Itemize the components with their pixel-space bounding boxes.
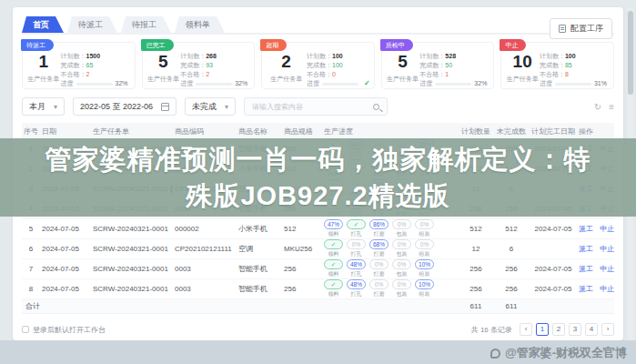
abort-link[interactable]: 中止: [600, 265, 614, 273]
column-header-product-spec: 商品规格: [282, 126, 322, 136]
search-input[interactable]: 请输入搜索内容: [244, 97, 388, 116]
open-workbench-checkbox[interactable]: 登录后默认打开工作台: [22, 325, 106, 335]
card-count: 1: [26, 52, 61, 72]
cell-date: 2024-07-05: [40, 265, 91, 273]
date-range-picker[interactable]: 2022-05 至 2022-06: [73, 97, 177, 116]
plan-stat-label: 计划数：: [180, 53, 206, 59]
cell-progress-stages: ✓ 领料 48% 打孔 0%: [322, 259, 459, 278]
stage-label: 打磨: [369, 230, 389, 238]
table-row[interactable]: 5 2024-07-05 SCRW-20240321-0001 000002 小…: [22, 219, 614, 239]
search-icon[interactable]: [373, 104, 379, 110]
stage-status-pill: 0%: [392, 239, 411, 249]
watermark-text: @管家婆-财税双全官博: [505, 345, 627, 361]
scrollbar-thumb[interactable]: [628, 11, 633, 95]
tab-to-report[interactable]: 待报工: [121, 16, 171, 33]
checkbox-box[interactable]: [22, 326, 29, 333]
stage-status-pill: 10%: [415, 259, 434, 269]
defect-stat: 不合格：0: [307, 70, 370, 79]
stat-card[interactable]: 待派工 1 生产任务单 计划数：1500 完成数：65 不合格：2 进度 32%: [22, 42, 136, 89]
dispatch-link[interactable]: 派工: [579, 225, 593, 233]
table-total-row: 合计 611 611: [22, 299, 614, 314]
defect-stat-value: 2: [86, 71, 90, 77]
stage-item: ✓ 领料: [324, 259, 343, 278]
table-row[interactable]: 6 2024-07-05 SCRW-20240321-0001 CP202102…: [22, 239, 614, 259]
chevron-down-icon: ▾: [54, 103, 57, 111]
panel-footer: 登录后默认打开工作台 共 16 条记录 ‹ 1 2 3 4 ›: [22, 323, 614, 336]
page-number-button[interactable]: 2: [552, 323, 565, 336]
defect-stat-value: 8: [565, 71, 569, 77]
stage-label: 打磨: [369, 290, 389, 298]
progress-stat: 进度 32%: [61, 79, 131, 88]
plan-stat-label: 计划数：: [61, 53, 86, 59]
configure-process-label: 配置工序: [570, 23, 603, 35]
stat-card[interactable]: 已完工 5 生产任务单 计划数：268 完成数：93 不合格：2 进度 32%: [142, 42, 256, 89]
column-header-product-code: 商品编码: [173, 126, 237, 136]
stage-item: 0% 打孔: [347, 239, 366, 258]
card-count: 10: [505, 52, 540, 72]
weibo-icon: [490, 349, 500, 359]
progress-bar: [555, 83, 591, 86]
done-stat: 完成数：93: [180, 61, 250, 70]
status-select[interactable]: 未完成 ▾: [185, 97, 236, 116]
cell-actions: 派工 中止: [577, 244, 614, 254]
abort-link[interactable]: 中止: [600, 245, 614, 253]
period-select[interactable]: 本月 ▾: [22, 97, 65, 116]
done-stat-value: 100: [332, 62, 343, 68]
done-stat-label: 完成数：: [540, 62, 565, 68]
stage-label: 打孔: [347, 230, 366, 238]
stage-item: 0% 包装: [392, 239, 411, 258]
column-header-product-name: 商品名称: [237, 126, 282, 136]
progress-bar: [196, 83, 232, 86]
progress-percent: 32%: [116, 79, 128, 88]
prev-page-button[interactable]: ‹: [520, 323, 532, 336]
promo-text-line1: 管家婆精准预测一肖一码，独家解析定义：特: [45, 141, 591, 177]
stage-item: 10% 组装: [415, 279, 434, 298]
cell-product-spec: 256: [282, 285, 322, 293]
card-count-block: 1 生产任务单: [26, 52, 61, 85]
card-stats: 计划数：100 完成数：85 不合格：8 进度 31%: [540, 52, 610, 85]
done-stat-value: 85: [565, 62, 572, 68]
next-page-button[interactable]: ›: [601, 323, 614, 336]
table-tools: ↻ ≡: [594, 102, 614, 112]
configure-process-button[interactable]: 配置工序: [550, 18, 612, 39]
table-row[interactable]: 8 2024-07-05 SCRW-20240321-0001 0003 智能手…: [22, 279, 614, 299]
cell-finish-date: 2024-07-05: [530, 265, 577, 273]
abort-link[interactable]: 中止: [600, 285, 614, 293]
stage-item: 48% 打孔: [347, 279, 366, 298]
done-stat-label: 完成数：: [307, 62, 332, 68]
page-number-button[interactable]: 1: [536, 323, 549, 336]
stage-label: 领料: [324, 230, 343, 238]
stage-item: 47% 领料: [324, 219, 343, 238]
refresh-icon[interactable]: ↻: [594, 102, 601, 112]
stage-label: 包装: [392, 270, 411, 278]
plan-stat-value: 268: [206, 53, 217, 59]
stage-label: 组装: [415, 290, 434, 298]
stat-card[interactable]: 质检中 5 生产任务单 计划数：528 完成数：50 不合格：1 进度 32%: [381, 42, 495, 89]
abort-link[interactable]: 中止: [600, 225, 614, 233]
done-stat: 完成数：50: [419, 61, 490, 70]
stage-label: 组装: [415, 250, 434, 258]
page-number-button[interactable]: 4: [585, 323, 598, 336]
tab-home[interactable]: 首页: [22, 16, 64, 33]
dispatch-link[interactable]: 派工: [579, 245, 593, 253]
page-number-button[interactable]: 3: [569, 323, 581, 336]
defect-stat-value: 2: [206, 71, 209, 77]
stage-label: 打孔: [347, 270, 366, 278]
card-stats: 计划数：268 完成数：93 不合格：2 进度 32%: [180, 52, 250, 85]
dispatch-link[interactable]: 派工: [579, 285, 593, 293]
stage-status-pill: 0%: [415, 239, 434, 249]
cell-product-code: 0003: [173, 285, 237, 293]
stage-item: ✓ 打孔: [347, 219, 366, 238]
done-stat-value: 65: [86, 62, 94, 68]
tab-to-dispatch[interactable]: 待派工: [67, 16, 117, 33]
plan-stat: 计划数：268: [180, 52, 250, 61]
done-stat: 完成数：65: [61, 61, 131, 70]
dispatch-link[interactable]: 派工: [579, 265, 593, 273]
stat-card[interactable]: 中止 10 生产任务单 计划数：100 完成数：85 不合格：8 进度 31%: [500, 42, 614, 89]
tab-bar: 首页 待派工 待报工 领料单: [22, 16, 614, 35]
table-row[interactable]: 7 2024-07-05 SCRW-20240321-0001 0003 智能手…: [22, 259, 614, 279]
tab-material-orders[interactable]: 领料单: [175, 16, 225, 33]
stat-card[interactable]: 超期 2 生产任务单 计划数：100 完成数：100 不合格：0 进度: [261, 42, 375, 89]
columns-icon[interactable]: ≡: [609, 102, 614, 112]
cell-product-code: 0003: [173, 265, 237, 273]
